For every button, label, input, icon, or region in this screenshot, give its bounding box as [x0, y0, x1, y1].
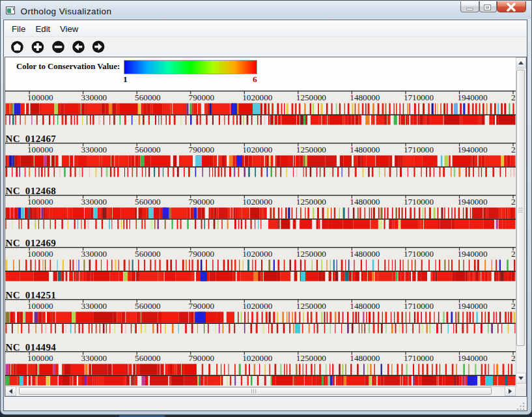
svg-text:1020000: 1020000 — [242, 145, 273, 154]
svg-text:1250000: 1250000 — [296, 197, 327, 207]
svg-text:1940000: 1940000 — [457, 145, 488, 154]
svg-text:790000: 790000 — [189, 353, 215, 363]
svg-text:1940000: 1940000 — [457, 93, 488, 102]
svg-text:790000: 790000 — [189, 145, 215, 154]
svg-text:100000: 100000 — [27, 145, 53, 154]
svg-text:1710000: 1710000 — [404, 145, 434, 154]
svg-text:330000: 330000 — [81, 353, 107, 363]
svg-text:1020000: 1020000 — [242, 301, 273, 311]
svg-text:1020000: 1020000 — [242, 197, 273, 207]
svg-text:2170000: 2170000 — [511, 353, 516, 363]
svg-text:1710000: 1710000 — [404, 353, 434, 363]
svg-text:100000: 100000 — [27, 249, 53, 259]
svg-text:330000: 330000 — [81, 301, 107, 311]
svg-text:1480000: 1480000 — [350, 197, 380, 207]
svg-text:100000: 100000 — [27, 93, 53, 102]
svg-text:1940000: 1940000 — [457, 301, 488, 311]
svg-text:790000: 790000 — [189, 197, 215, 207]
svg-text:NC_014494: NC_014494 — [6, 342, 57, 352]
svg-text:1250000: 1250000 — [296, 145, 327, 154]
svg-text:1250000: 1250000 — [296, 93, 327, 102]
svg-text:NC_012467: NC_012467 — [6, 134, 57, 144]
svg-text:100000: 100000 — [27, 353, 53, 363]
svg-text:790000: 790000 — [189, 249, 215, 259]
svg-text:560000: 560000 — [135, 249, 161, 259]
svg-text:1480000: 1480000 — [350, 145, 380, 154]
svg-text:560000: 560000 — [135, 93, 161, 102]
svg-text:1940000: 1940000 — [457, 249, 488, 259]
svg-text:2170000: 2170000 — [511, 145, 516, 154]
svg-text:330000: 330000 — [81, 197, 107, 207]
svg-text:1710000: 1710000 — [404, 197, 434, 207]
svg-text:560000: 560000 — [135, 145, 161, 154]
svg-text:1710000: 1710000 — [404, 301, 434, 311]
svg-text:100000: 100000 — [27, 301, 53, 311]
svg-text:100000: 100000 — [27, 197, 53, 207]
svg-text:1020000: 1020000 — [242, 249, 273, 259]
svg-text:330000: 330000 — [81, 249, 107, 259]
svg-text:1480000: 1480000 — [350, 353, 380, 363]
svg-text:1020000: 1020000 — [242, 93, 273, 102]
svg-text:NC_012469: NC_012469 — [6, 238, 57, 248]
svg-text:1480000: 1480000 — [350, 249, 380, 259]
svg-text:2170000: 2170000 — [511, 301, 516, 311]
svg-text:NC_014251: NC_014251 — [6, 290, 57, 300]
svg-text:560000: 560000 — [135, 301, 161, 311]
svg-text:2170000: 2170000 — [511, 197, 516, 207]
svg-text:1710000: 1710000 — [404, 249, 434, 259]
svg-text:330000: 330000 — [81, 93, 107, 102]
svg-text:1250000: 1250000 — [296, 353, 327, 363]
svg-text:1940000: 1940000 — [457, 197, 488, 207]
svg-text:1940000: 1940000 — [457, 353, 488, 363]
svg-text:790000: 790000 — [189, 93, 215, 102]
svg-text:1480000: 1480000 — [350, 301, 380, 311]
svg-text:NC_012468: NC_012468 — [6, 186, 57, 196]
svg-text:2170000: 2170000 — [511, 93, 516, 102]
svg-text:560000: 560000 — [135, 353, 161, 363]
svg-text:1710000: 1710000 — [404, 93, 434, 102]
svg-text:1250000: 1250000 — [296, 249, 327, 259]
svg-text:1250000: 1250000 — [296, 301, 327, 311]
svg-text:790000: 790000 — [189, 301, 215, 311]
svg-text:2170000: 2170000 — [511, 249, 516, 259]
svg-text:1020000: 1020000 — [242, 353, 273, 363]
svg-text:1480000: 1480000 — [350, 93, 380, 102]
svg-text:330000: 330000 — [81, 145, 107, 154]
svg-text:560000: 560000 — [135, 197, 161, 207]
